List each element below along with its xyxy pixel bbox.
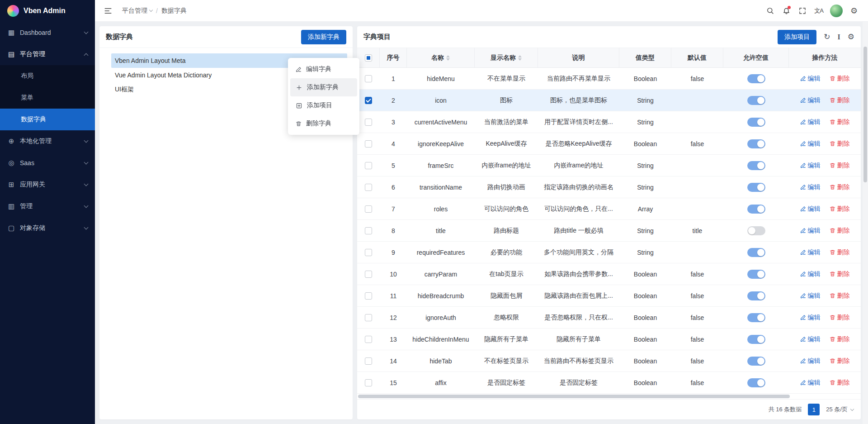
- delete-link[interactable]: 删除: [830, 205, 850, 213]
- allow-null-toggle[interactable]: [747, 291, 765, 300]
- table-row[interactable]: 2 icon 图标 图标，也是菜单图标 String 编辑 删除: [357, 90, 861, 111]
- fullscreen-icon[interactable]: [795, 3, 810, 19]
- page-scrollbar[interactable]: [863, 22, 868, 424]
- app-logo[interactable]: Vben Admin: [0, 0, 95, 22]
- row-checkbox[interactable]: [365, 205, 372, 213]
- row-checkbox[interactable]: [365, 227, 372, 234]
- sidebar-item-saas[interactable]: ◎ Saas: [0, 152, 95, 174]
- table-row[interactable]: 3 currentActiveMenu 当前激活的菜单 用于配置详情页时左侧..…: [357, 111, 861, 133]
- allow-null-toggle[interactable]: [747, 183, 765, 192]
- table-row[interactable]: 14 hideTab 不在标签页显示 当前路由不再标签页显示 Boolean f…: [357, 350, 861, 372]
- column-settings-icon[interactable]: ⚙: [848, 33, 854, 41]
- table-row[interactable]: 10 carryParam 在tab页显示 如果该路由会携带参数... Bool…: [357, 263, 861, 285]
- row-checkbox[interactable]: [365, 75, 372, 82]
- table-row[interactable]: 13 hideChildrenInMenu 隐藏所有子菜单 隐藏所有子菜单 Bo…: [357, 329, 861, 350]
- delete-link[interactable]: 删除: [830, 183, 850, 191]
- table-row[interactable]: 12 ignoreAuth 忽略权限 是否忽略权限，只在权... Boolean…: [357, 307, 861, 329]
- edit-link[interactable]: 编辑: [800, 270, 821, 278]
- edit-link[interactable]: 编辑: [800, 357, 821, 365]
- edit-link[interactable]: 编辑: [800, 205, 821, 213]
- allow-null-toggle[interactable]: [747, 205, 765, 214]
- allow-null-toggle[interactable]: [747, 139, 765, 148]
- sidebar-subitem-menu[interactable]: 菜单: [0, 87, 95, 109]
- table-row[interactable]: 5 frameSrc 内嵌iframe的地址 内嵌iframe的地址 Strin…: [357, 155, 861, 176]
- settings-gear-icon[interactable]: ⚙: [846, 3, 862, 19]
- row-checkbox[interactable]: [365, 184, 372, 191]
- edit-link[interactable]: 编辑: [800, 379, 821, 387]
- row-checkbox[interactable]: [365, 97, 372, 104]
- row-checkbox[interactable]: [365, 249, 372, 256]
- row-checkbox[interactable]: [365, 379, 372, 386]
- sort-carets-icon[interactable]: [518, 55, 522, 61]
- sidebar-item-gateway[interactable]: ⊞ 应用网关: [0, 174, 95, 195]
- sidebar-item-admin[interactable]: ▥ 管理: [0, 195, 95, 217]
- add-dictionary-button[interactable]: 添加新字典: [301, 30, 346, 44]
- row-height-icon[interactable]: I: [838, 33, 840, 41]
- delete-link[interactable]: 删除: [830, 248, 850, 257]
- delete-link[interactable]: 删除: [830, 314, 850, 322]
- collapse-menu-icon[interactable]: [100, 3, 116, 19]
- avatar[interactable]: [830, 5, 843, 17]
- page-button-1[interactable]: 1: [808, 404, 820, 415]
- select-all-checkbox[interactable]: [365, 54, 372, 62]
- page-size-select[interactable]: 25 条/页: [826, 405, 854, 414]
- delete-link[interactable]: 删除: [830, 227, 850, 235]
- translate-icon[interactable]: 文A: [811, 3, 826, 19]
- scrollbar-thumb[interactable]: [358, 395, 790, 398]
- sidebar-subitem-dict[interactable]: 数据字典: [0, 109, 95, 130]
- edit-link[interactable]: 编辑: [800, 96, 821, 105]
- search-icon[interactable]: [762, 3, 778, 19]
- delete-link[interactable]: 删除: [830, 270, 850, 278]
- edit-link[interactable]: 编辑: [800, 335, 821, 343]
- edit-link[interactable]: 编辑: [800, 248, 821, 257]
- column-header[interactable]: 显示名称: [475, 48, 538, 67]
- breadcrumb-item-platform[interactable]: 平台管理: [122, 7, 152, 15]
- edit-link[interactable]: 编辑: [800, 162, 821, 170]
- sidebar-item-locale[interactable]: ⊕ 本地化管理: [0, 130, 95, 152]
- row-checkbox[interactable]: [365, 336, 372, 343]
- row-checkbox[interactable]: [365, 292, 372, 300]
- sidebar-item-dashboard[interactable]: ▦ Dashboard: [0, 22, 95, 43]
- allow-null-toggle[interactable]: [747, 378, 765, 387]
- edit-link[interactable]: 编辑: [800, 227, 821, 235]
- allow-null-toggle[interactable]: [747, 270, 765, 279]
- table-row[interactable]: 9 requiredFeatures 必要的功能 多个功能间用英文，分隔 Str…: [357, 242, 861, 263]
- allow-null-toggle[interactable]: [747, 96, 765, 105]
- row-checkbox[interactable]: [365, 119, 372, 126]
- edit-link[interactable]: 编辑: [800, 75, 821, 83]
- table-row[interactable]: 8 title 路由标题 路由title 一般必填 String title 编…: [357, 220, 861, 242]
- refresh-icon[interactable]: ↻: [824, 33, 830, 41]
- allow-null-toggle[interactable]: [747, 74, 765, 83]
- delete-link[interactable]: 删除: [830, 379, 850, 387]
- context-menu-item[interactable]: 添加项目: [290, 96, 357, 114]
- delete-link[interactable]: 删除: [830, 118, 850, 126]
- table-row[interactable]: 11 hideBreadcrumb 隐藏面包屑 隐藏该路由在面包屑上... Bo…: [357, 285, 861, 307]
- delete-link[interactable]: 删除: [830, 335, 850, 343]
- context-menu-item[interactable]: 添加新字典: [290, 78, 357, 96]
- sidebar-item-platform[interactable]: ▤ 平台管理: [0, 43, 95, 65]
- row-checkbox[interactable]: [365, 357, 372, 365]
- sidebar-subitem-layout[interactable]: 布局: [0, 65, 95, 87]
- sort-carets-icon[interactable]: [446, 55, 450, 61]
- delete-link[interactable]: 删除: [830, 140, 850, 148]
- delete-link[interactable]: 删除: [830, 292, 850, 300]
- allow-null-toggle[interactable]: [747, 161, 765, 170]
- bell-icon[interactable]: [778, 3, 794, 19]
- page-scrollbar-thumb[interactable]: [863, 47, 867, 182]
- table-row[interactable]: 4 ignoreKeepAlive KeepAlive缓存 是否忽略KeepAl…: [357, 133, 861, 155]
- delete-link[interactable]: 删除: [830, 96, 850, 105]
- row-checkbox[interactable]: [365, 162, 372, 169]
- column-header[interactable]: 名称: [407, 48, 475, 67]
- edit-link[interactable]: 编辑: [800, 314, 821, 322]
- sidebar-item-storage[interactable]: ▢ 对象存储: [0, 217, 95, 239]
- context-menu-item[interactable]: 删除字典: [290, 114, 357, 133]
- table-row[interactable]: 15 affix 是否固定标签 是否固定标签 Boolean false 编辑 …: [357, 372, 861, 394]
- delete-link[interactable]: 删除: [830, 357, 850, 365]
- allow-null-toggle[interactable]: [747, 313, 765, 322]
- context-menu-item[interactable]: 编辑字典: [290, 60, 357, 78]
- allow-null-toggle[interactable]: [747, 226, 765, 235]
- add-item-button[interactable]: 添加项目: [778, 30, 816, 44]
- breadcrumb-item-dict[interactable]: 数据字典: [161, 7, 187, 15]
- table-row[interactable]: 1 hideMenu 不在菜单显示 当前路由不再菜单显示 Boolean fal…: [357, 68, 861, 90]
- allow-null-toggle[interactable]: [747, 118, 765, 127]
